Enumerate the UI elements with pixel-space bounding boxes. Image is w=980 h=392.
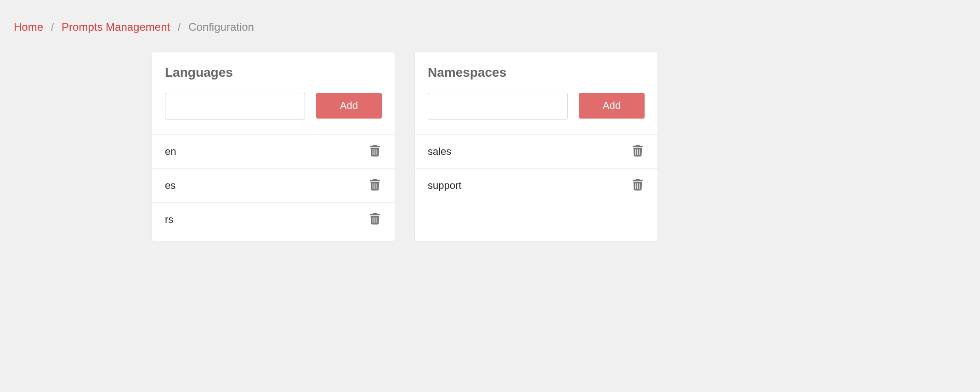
language-item-label: es: [165, 180, 176, 192]
languages-input[interactable]: [165, 93, 305, 119]
list-item: es: [152, 169, 395, 203]
breadcrumb-prompts-management[interactable]: Prompts Management: [62, 21, 170, 33]
list-item: en: [152, 135, 395, 169]
delete-language-button[interactable]: [368, 211, 382, 228]
namespaces-add-button[interactable]: Add: [579, 93, 645, 119]
languages-title: Languages: [152, 65, 395, 89]
list-item: rs: [152, 203, 395, 236]
trash-icon: [370, 179, 380, 192]
breadcrumb-separator: /: [178, 21, 181, 33]
language-item-label: rs: [165, 214, 173, 226]
language-item-label: en: [165, 146, 176, 158]
trash-icon: [633, 145, 643, 158]
languages-list: en es rs: [152, 134, 395, 236]
list-item: support: [415, 169, 657, 202]
breadcrumb-home[interactable]: Home: [14, 21, 43, 33]
trash-icon: [633, 179, 643, 192]
delete-language-button[interactable]: [368, 177, 382, 194]
namespace-item-label: support: [428, 180, 461, 192]
namespaces-list: sales support: [415, 134, 657, 202]
trash-icon: [370, 145, 380, 158]
namespaces-title: Namespaces: [415, 65, 657, 89]
breadcrumb: Home / Prompts Management / Configuratio…: [14, 21, 966, 34]
delete-namespace-button[interactable]: [631, 143, 645, 160]
list-item: sales: [415, 135, 657, 169]
breadcrumb-current: Configuration: [188, 21, 254, 33]
delete-language-button[interactable]: [368, 143, 382, 160]
namespaces-input[interactable]: [428, 93, 568, 119]
languages-card: Languages Add en es: [152, 52, 395, 241]
namespaces-card: Namespaces Add sales support: [414, 52, 658, 241]
delete-namespace-button[interactable]: [631, 177, 645, 194]
namespace-item-label: sales: [428, 146, 451, 158]
languages-add-button[interactable]: Add: [316, 93, 382, 119]
breadcrumb-separator: /: [51, 21, 54, 33]
trash-icon: [370, 213, 380, 226]
